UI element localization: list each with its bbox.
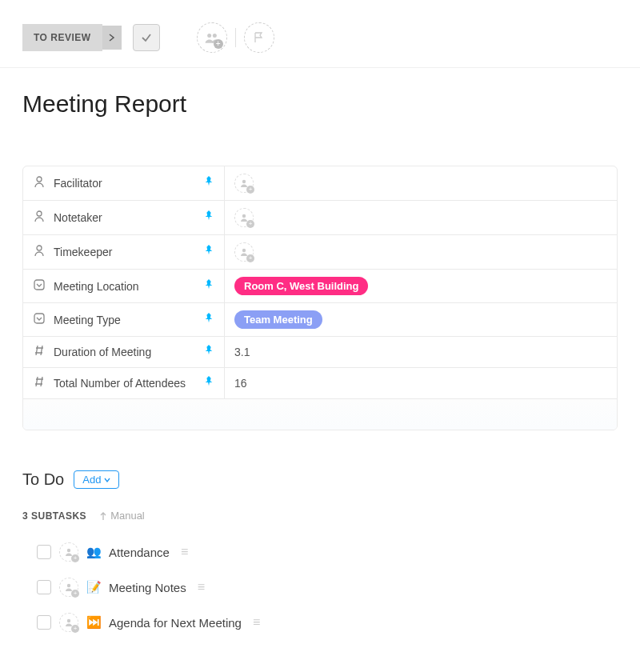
subtask-row[interactable]: ⏭️Agenda for Next Meeting≡: [37, 605, 618, 640]
svg-point-6: [37, 246, 42, 250]
subtask-checkbox[interactable]: [37, 580, 51, 594]
svg-point-12: [67, 619, 70, 622]
svg-point-5: [242, 214, 246, 218]
pin-icon[interactable]: [203, 210, 214, 225]
divider: [235, 28, 236, 47]
person-icon: [33, 210, 46, 226]
complete-button[interactable]: [133, 24, 160, 51]
svg-point-10: [67, 549, 70, 552]
field-row: Total Number of Attendees16: [23, 368, 617, 399]
field-value[interactable]: [225, 235, 617, 269]
subtask-assignee-button[interactable]: [59, 578, 78, 597]
subtask-assignee-button[interactable]: [59, 613, 78, 632]
field-value-text: 16: [234, 377, 247, 390]
field-label[interactable]: Notetaker: [23, 201, 225, 234]
field-label[interactable]: Meeting Location: [23, 270, 225, 302]
page-title: Meeting Report: [0, 68, 640, 134]
todo-header: To Do Add: [0, 430, 640, 497]
field-row: Notetaker: [23, 201, 617, 235]
field-label[interactable]: Timekeeper: [23, 235, 225, 269]
field-label-text: Meeting Location: [54, 280, 195, 293]
number-icon: [33, 375, 46, 391]
priority-flag-button[interactable]: [244, 22, 274, 53]
toolbar: TO REVIEW: [0, 0, 640, 68]
field-value-text: 3.1: [234, 346, 250, 358]
drag-handle-icon[interactable]: ≡: [253, 615, 260, 630]
subtask-checkbox[interactable]: [37, 545, 51, 559]
dropdown-icon: [33, 278, 46, 294]
person-icon: [33, 244, 46, 260]
field-label-text: Timekeeper: [54, 246, 195, 258]
svg-point-4: [37, 211, 42, 216]
field-label-text: Meeting Type: [54, 314, 195, 326]
empty-assignee-icon[interactable]: [234, 242, 254, 262]
check-icon: [141, 32, 152, 43]
svg-rect-8: [34, 280, 44, 290]
pin-icon[interactable]: [203, 345, 214, 359]
pill-value[interactable]: Room C, West Building: [234, 277, 368, 295]
drag-handle-icon[interactable]: ≡: [198, 580, 205, 594]
field-label-text: Total Number of Attendees: [54, 377, 195, 390]
field-label[interactable]: Meeting Type: [23, 303, 225, 336]
people-icon: 👥: [86, 545, 101, 559]
number-icon: [33, 344, 46, 360]
add-todo-button[interactable]: Add: [74, 470, 119, 489]
status-next-button[interactable]: [102, 26, 122, 50]
field-label[interactable]: Duration of Meeting: [23, 337, 225, 367]
pin-icon[interactable]: [203, 245, 214, 259]
subtask-row[interactable]: 👥Attendance≡: [37, 534, 618, 570]
person-icon: [33, 175, 46, 191]
field-value[interactable]: 16: [225, 368, 617, 398]
status-button[interactable]: TO REVIEW: [22, 24, 102, 51]
svg-point-3: [242, 180, 246, 183]
field-row: Meeting LocationRoom C, West Building: [23, 270, 617, 303]
field-row: Timekeeper: [23, 235, 617, 270]
field-row: Facilitator: [23, 166, 617, 201]
plus-badge-icon: [214, 39, 223, 49]
subtask-name: Attendance: [109, 546, 170, 559]
svg-point-0: [207, 34, 211, 38]
pin-icon[interactable]: [203, 279, 214, 294]
field-value[interactable]: Room C, West Building: [225, 270, 617, 302]
custom-fields-table: FacilitatorNotetakerTimekeeperMeeting Lo…: [22, 166, 618, 430]
field-row: Duration of Meeting3.1: [23, 337, 617, 368]
caret-right-icon: [109, 34, 115, 42]
pill-value[interactable]: Team Meeting: [234, 310, 322, 329]
field-value[interactable]: 3.1: [225, 337, 617, 367]
dropdown-icon: [33, 312, 46, 328]
svg-point-11: [67, 584, 70, 587]
todo-title: To Do: [22, 470, 64, 489]
field-value[interactable]: [225, 201, 617, 234]
sort-toggle[interactable]: Manual: [99, 510, 145, 522]
svg-point-7: [242, 249, 246, 252]
field-label[interactable]: Total Number of Attendees: [23, 368, 225, 398]
pin-icon[interactable]: [203, 313, 214, 327]
field-row: Meeting TypeTeam Meeting: [23, 303, 617, 337]
pin-icon[interactable]: [203, 176, 214, 190]
subtask-name: Meeting Notes: [109, 581, 186, 594]
field-label-text: Notetaker: [54, 211, 195, 224]
subtask-list: 👥Attendance≡📝Meeting Notes≡⏭️Agenda for …: [0, 530, 640, 656]
pin-icon[interactable]: [203, 376, 214, 390]
empty-assignee-icon[interactable]: [234, 208, 254, 227]
subtask-name: Agenda for Next Meeting: [109, 616, 242, 630]
field-label-text: Facilitator: [54, 177, 195, 190]
subtasks-count: 3 SUBTASKS: [22, 510, 86, 522]
next-track-icon: ⏭️: [86, 615, 101, 630]
flag-icon: [253, 31, 266, 44]
memo-icon: 📝: [86, 580, 101, 594]
subtask-assignee-button[interactable]: [59, 542, 78, 562]
empty-assignee-icon[interactable]: [234, 174, 254, 193]
status-label: TO REVIEW: [34, 32, 91, 43]
assign-users-button[interactable]: [197, 22, 227, 53]
field-value[interactable]: Team Meeting: [225, 303, 617, 336]
svg-rect-9: [34, 314, 44, 323]
field-label-text: Duration of Meeting: [54, 346, 195, 358]
field-value[interactable]: [225, 166, 617, 200]
subtask-row[interactable]: 📝Meeting Notes≡: [37, 570, 618, 605]
svg-point-2: [37, 177, 42, 182]
subtask-checkbox[interactable]: [37, 615, 51, 630]
drag-handle-icon[interactable]: ≡: [181, 545, 188, 559]
field-label[interactable]: Facilitator: [23, 166, 225, 200]
arrow-up-icon: [99, 511, 107, 521]
